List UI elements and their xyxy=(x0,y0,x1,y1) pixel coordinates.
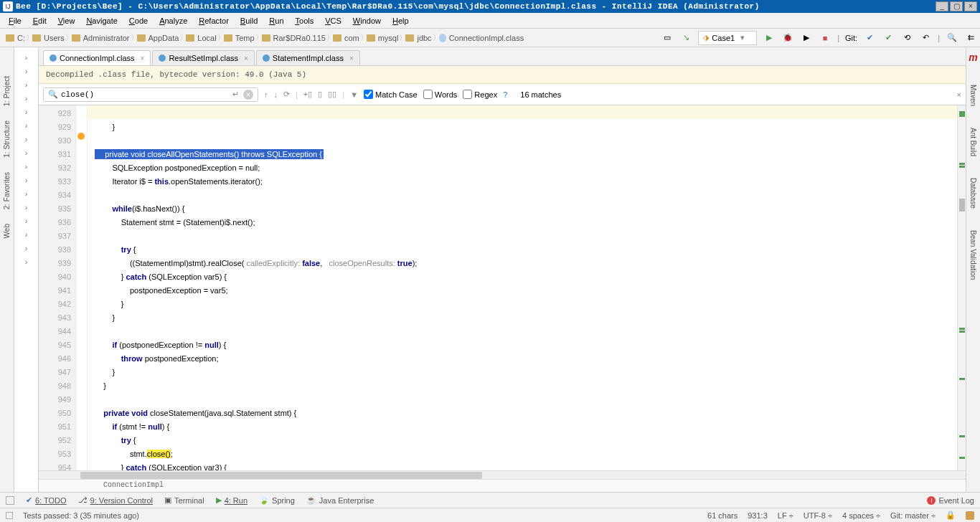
status-caret-pos[interactable]: 931:3 xyxy=(748,511,768,520)
breadcrumb-item[interactable]: jdbc xyxy=(402,31,435,45)
tree-expand-icon[interactable]: › xyxy=(14,132,38,146)
breadcrumb-item[interactable]: Users xyxy=(29,31,69,45)
status-git-branch[interactable]: Git: master ÷ xyxy=(890,511,936,520)
menu-build[interactable]: Build xyxy=(235,16,263,25)
close-tab-icon[interactable]: × xyxy=(349,54,354,62)
menu-vcs[interactable]: VCS xyxy=(319,16,347,25)
nav-icon[interactable]: ▭ xyxy=(661,32,674,44)
breadcrumb-item[interactable]: com xyxy=(330,31,364,45)
project-tool-button[interactable]: 1: Project xyxy=(3,76,11,106)
code-editor[interactable]: } } private void closeAllOpenStatements(… xyxy=(88,105,957,470)
menu-help[interactable]: Help xyxy=(387,16,415,25)
add-selection-icon[interactable]: +▯ xyxy=(303,90,312,99)
database-tool-button[interactable]: Database xyxy=(969,178,977,209)
event-log-button[interactable]: !Event Log xyxy=(927,496,974,505)
ant-tool-button[interactable]: Ant Build xyxy=(969,128,977,156)
nav-back-icon[interactable]: ⇇ xyxy=(964,32,977,44)
error-stripe[interactable] xyxy=(957,105,966,470)
breadcrumb-item[interactable]: Administrator xyxy=(69,31,134,45)
status-toggle-icon[interactable] xyxy=(6,512,13,519)
regex-help-icon[interactable]: ? xyxy=(503,90,507,99)
run-tool-button[interactable]: ▶4: Run xyxy=(216,495,248,505)
menu-view[interactable]: View xyxy=(52,16,81,25)
breadcrumb-item[interactable]: C: xyxy=(3,31,29,45)
words-checkbox[interactable]: Words xyxy=(423,90,458,99)
menu-edit[interactable]: Edit xyxy=(27,16,52,25)
vcs-commit-icon[interactable]: ✔ xyxy=(882,32,895,44)
editor-tab[interactable]: ConnectionImpl.class× xyxy=(43,50,151,65)
lock-icon[interactable]: 🔒 xyxy=(946,511,956,520)
filter-icon[interactable]: ▼ xyxy=(350,90,358,99)
status-encoding[interactable]: UTF-8 ÷ xyxy=(804,511,832,520)
menu-tools[interactable]: Tools xyxy=(290,16,320,25)
tree-expand-icon[interactable]: › xyxy=(14,50,38,64)
prev-match-icon[interactable]: ↑ xyxy=(264,90,268,99)
intention-bulb-icon[interactable] xyxy=(77,133,85,140)
tree-expand-icon[interactable]: › xyxy=(14,159,38,173)
breadcrumb-item[interactable]: mysql xyxy=(364,31,403,45)
tree-expand-icon[interactable]: › xyxy=(14,118,38,132)
menu-navigate[interactable]: Navigate xyxy=(80,16,123,25)
tree-expand-icon[interactable]: › xyxy=(14,105,38,118)
hector-icon[interactable] xyxy=(966,511,974,520)
web-tool-button[interactable]: Web xyxy=(3,224,11,238)
bean-validation-tool-button[interactable]: Bean Validation xyxy=(969,230,977,280)
editor-tab[interactable]: StatementImpl.class× xyxy=(256,50,360,65)
coverage-button[interactable]: ▶ xyxy=(800,32,813,44)
stop-button[interactable]: ■ xyxy=(819,32,831,44)
breadcrumb-item[interactable]: Temp xyxy=(221,31,259,45)
maximize-button[interactable]: ▢ xyxy=(950,1,963,11)
minimize-button[interactable]: _ xyxy=(936,1,948,11)
breadcrumb-item[interactable]: Local xyxy=(183,31,220,45)
tree-expand-icon[interactable]: › xyxy=(14,186,38,200)
todo-tool-button[interactable]: ✔6: TODO xyxy=(26,495,67,505)
close-window-button[interactable]: × xyxy=(964,1,977,11)
next-match-icon[interactable]: ↓ xyxy=(274,90,278,99)
breadcrumb-item[interactable]: AppData xyxy=(134,31,184,45)
sel-icon-3[interactable]: ▯▯ xyxy=(328,90,336,99)
maven-tool-button[interactable]: Maven xyxy=(969,85,977,106)
project-tree-collapsed[interactable]: ›››››››››››››››› xyxy=(14,47,39,492)
clear-icon[interactable]: × xyxy=(243,90,253,100)
regex-checkbox[interactable]: Regex xyxy=(463,90,497,99)
class-breadcrumb[interactable]: ConnectionImpl xyxy=(39,479,966,492)
breadcrumb-item[interactable]: Rar$DRa0.115 xyxy=(259,31,330,45)
close-find-icon[interactable]: × xyxy=(957,90,961,99)
editor-tab[interactable]: ResultSetImpl.class× xyxy=(152,50,254,65)
vcs-history-icon[interactable]: ⟲ xyxy=(900,32,913,44)
search-everywhere-icon[interactable]: 🔍 xyxy=(946,32,958,44)
tree-expand-icon[interactable]: › xyxy=(14,173,38,186)
run-config-combo[interactable]: ⬗Case1▾ xyxy=(698,31,757,45)
tree-expand-icon[interactable]: › xyxy=(14,77,38,91)
tree-expand-icon[interactable]: › xyxy=(14,214,38,227)
jee-tool-button[interactable]: ☕Java Enterprise xyxy=(306,495,374,505)
tool-window-toggle-icon[interactable] xyxy=(6,496,14,505)
spring-tool-button[interactable]: 🍃Spring xyxy=(259,495,295,505)
status-indent[interactable]: 4 spaces ÷ xyxy=(842,511,880,520)
menu-refactor[interactable]: Refactor xyxy=(193,16,235,25)
make-button[interactable]: ↘ xyxy=(679,32,692,44)
tree-expand-icon[interactable]: › xyxy=(14,200,38,214)
vcs-update-icon[interactable]: ✔ xyxy=(863,32,876,44)
vcs-revert-icon[interactable]: ↶ xyxy=(919,32,932,44)
menu-window[interactable]: Window xyxy=(347,16,387,25)
tree-expand-icon[interactable]: › xyxy=(14,91,38,105)
tree-expand-icon[interactable]: › xyxy=(14,241,38,255)
tree-expand-icon[interactable]: › xyxy=(14,64,38,77)
history-icon[interactable]: ↵ xyxy=(232,90,239,99)
tree-expand-icon[interactable]: › xyxy=(14,227,38,241)
find-input[interactable] xyxy=(61,90,228,99)
run-button[interactable]: ▶ xyxy=(763,32,776,44)
select-all-icon[interactable]: ⟳ xyxy=(283,90,290,99)
close-tab-icon[interactable]: × xyxy=(244,54,248,62)
horizontal-scrollbar[interactable] xyxy=(39,470,966,479)
structure-tool-button[interactable]: 1: Structure xyxy=(3,120,11,158)
match-case-checkbox[interactable]: Match Case xyxy=(364,90,418,99)
status-line-sep[interactable]: LF ÷ xyxy=(778,511,793,520)
menu-file[interactable]: File xyxy=(3,16,27,25)
debug-button[interactable]: 🐞 xyxy=(781,32,794,44)
favorites-tool-button[interactable]: 2: Favorites xyxy=(3,172,11,209)
vcs-tool-button[interactable]: ⎇9: Version Control xyxy=(78,495,153,505)
menu-code[interactable]: Code xyxy=(123,16,154,25)
close-tab-icon[interactable]: × xyxy=(141,54,145,62)
